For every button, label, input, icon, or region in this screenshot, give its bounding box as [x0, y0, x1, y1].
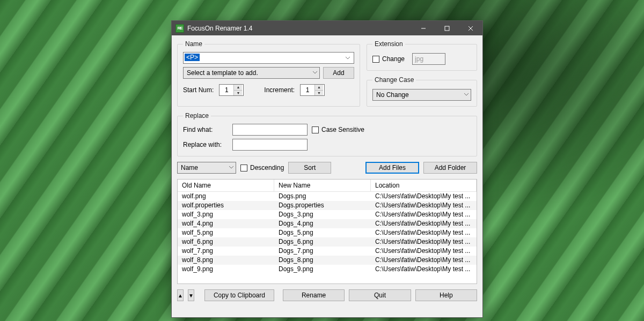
cell-location: C:\Users\fatiw\Desktop\My test ...: [371, 219, 477, 228]
window-title: FocusOn Renamer 1.4: [187, 25, 252, 32]
descending-label: Descending: [250, 164, 284, 171]
cell-old-name: wolf.png: [178, 192, 274, 201]
name-pattern-value: <P>: [185, 54, 200, 61]
cell-new-name: Dogs_3.png: [274, 210, 371, 219]
cell-new-name: Dogs.properties: [274, 201, 371, 210]
increment-down[interactable]: ▼: [315, 91, 323, 96]
changecase-combo[interactable]: No Change: [372, 89, 471, 101]
extension-legend: Extension: [372, 40, 405, 48]
template-combo[interactable]: Select a template to add.: [183, 67, 320, 79]
changecase-legend: Change Case: [372, 76, 416, 84]
table-row[interactable]: wolf_8.pngDogs_8.pngC:\Users\fatiw\Deskt…: [178, 256, 477, 265]
move-up-button[interactable]: ▲: [177, 289, 184, 301]
table-row[interactable]: wolf.pngDogs.pngC:\Users\fatiw\Desktop\M…: [178, 192, 477, 201]
add-folder-button[interactable]: Add Folder: [423, 162, 477, 174]
table-row[interactable]: wolf_9.pngDogs_9.pngC:\Users\fatiw\Deskt…: [178, 265, 477, 274]
start-num-input[interactable]: [219, 85, 233, 95]
cell-location: C:\Users\fatiw\Desktop\My test ...: [371, 201, 477, 210]
cell-old-name: wolf.properties: [178, 201, 274, 210]
table-row[interactable]: wolf_5.pngDogs_5.pngC:\Users\fatiw\Deskt…: [178, 228, 477, 237]
template-placeholder: Select a template to add.: [187, 69, 258, 77]
cell-location: C:\Users\fatiw\Desktop\My test ...: [371, 192, 477, 201]
file-table[interactable]: Old Name New Name Location wolf.pngDogs.…: [177, 179, 477, 284]
changecase-group: Change Case No Change: [367, 76, 477, 107]
case-sensitive-label: Case Sensitive: [321, 126, 364, 133]
chevron-down-icon[interactable]: [343, 53, 353, 63]
increment-label: Increment:: [264, 86, 295, 94]
app-window: RE FocusOn Renamer 1.4 Name <P>: [171, 20, 483, 318]
cell-old-name: wolf_5.png: [178, 228, 274, 237]
chevron-down-icon[interactable]: [312, 69, 318, 77]
file-table-rows: wolf.pngDogs.pngC:\Users\fatiw\Desktop\M…: [178, 192, 477, 283]
cell-location: C:\Users\fatiw\Desktop\My test ...: [371, 256, 477, 265]
start-num-label: Start Num:: [183, 86, 214, 94]
window-maximize-button[interactable]: [435, 21, 459, 35]
cell-old-name: wolf_3.png: [178, 210, 274, 219]
checkbox-box-icon: [240, 165, 247, 171]
cell-new-name: Dogs_6.png: [274, 237, 371, 247]
sortby-combo[interactable]: Name: [177, 162, 236, 174]
replace-with-label: Replace with:: [183, 141, 228, 148]
find-what-label: Find what:: [183, 126, 228, 133]
start-num-down[interactable]: ▼: [234, 91, 242, 96]
cell-old-name: wolf_8.png: [178, 256, 274, 265]
sortby-selected: Name: [181, 164, 198, 171]
cell-new-name: Dogs_4.png: [274, 219, 371, 228]
table-row[interactable]: wolf_4.pngDogs_4.pngC:\Users\fatiw\Deskt…: [178, 219, 477, 228]
app-icon: RE: [175, 24, 184, 33]
window-close-button[interactable]: [459, 21, 482, 35]
name-group: Name <P> Select a template to add. Add: [177, 40, 360, 107]
cell-old-name: wolf_6.png: [178, 237, 274, 247]
table-row[interactable]: wolf_7.pngDogs_7.pngC:\Users\fatiw\Deskt…: [178, 247, 477, 256]
increment-stepper[interactable]: ▲ ▼: [300, 84, 325, 96]
extension-group: Extension Change: [367, 40, 477, 71]
ext-change-label: Change: [382, 55, 405, 63]
cell-location: C:\Users\fatiw\Desktop\My test ...: [371, 247, 477, 256]
cell-location: C:\Users\fatiw\Desktop\My test ...: [371, 210, 477, 219]
add-files-button[interactable]: Add Files: [365, 162, 419, 174]
quit-button[interactable]: Quit: [349, 289, 411, 301]
replace-with-input[interactable]: [232, 139, 308, 151]
cell-location: C:\Users\fatiw\Desktop\My test ...: [371, 228, 477, 237]
cell-location: C:\Users\fatiw\Desktop\My test ...: [371, 265, 477, 274]
ext-change-checkbox[interactable]: Change: [372, 55, 405, 63]
changecase-selected: No Change: [376, 91, 409, 99]
start-num-stepper[interactable]: ▲ ▼: [219, 84, 244, 96]
chevron-down-icon[interactable]: [229, 164, 234, 171]
copy-to-clipboard-button[interactable]: Copy to Clipboard: [204, 289, 274, 301]
template-add-button[interactable]: Add: [323, 67, 354, 79]
name-legend: Name: [183, 40, 204, 48]
col-location[interactable]: Location: [371, 180, 477, 192]
find-what-input[interactable]: [232, 124, 308, 136]
help-button[interactable]: Help: [415, 289, 477, 301]
svg-rect-1: [445, 26, 449, 31]
move-down-button[interactable]: ▼: [188, 289, 194, 301]
window-minimize-button[interactable]: [412, 21, 435, 35]
cell-new-name: Dogs_7.png: [274, 247, 371, 256]
ext-value-input[interactable]: [412, 53, 445, 65]
case-sensitive-checkbox[interactable]: Case Sensitive: [312, 126, 471, 133]
col-new-name[interactable]: New Name: [274, 180, 371, 192]
sort-button[interactable]: Sort: [288, 162, 331, 174]
titlebar[interactable]: RE FocusOn Renamer 1.4: [172, 21, 482, 35]
chevron-down-icon[interactable]: [464, 91, 469, 99]
replace-legend: Replace: [183, 112, 211, 120]
col-old-name[interactable]: Old Name: [178, 180, 274, 192]
cell-new-name: Dogs_8.png: [274, 256, 371, 265]
increment-input[interactable]: [301, 85, 314, 95]
table-row[interactable]: wolf_6.pngDogs_6.pngC:\Users\fatiw\Deskt…: [178, 237, 477, 247]
table-row[interactable]: wolf_3.pngDogs_3.pngC:\Users\fatiw\Deskt…: [178, 210, 477, 219]
cell-old-name: wolf_9.png: [178, 265, 274, 274]
descending-checkbox[interactable]: Descending: [240, 164, 284, 171]
cell-new-name: Dogs_9.png: [274, 265, 371, 274]
rename-button[interactable]: Rename: [283, 289, 345, 301]
replace-group: Replace Find what: Case Sensitive Replac…: [177, 112, 477, 156]
cell-new-name: Dogs_5.png: [274, 228, 371, 237]
table-row[interactable]: wolf.propertiesDogs.propertiesC:\Users\f…: [178, 201, 477, 210]
checkbox-box-icon: [372, 56, 379, 63]
increment-up[interactable]: ▲: [315, 85, 323, 91]
name-pattern-combo[interactable]: <P>: [183, 52, 354, 64]
file-table-header[interactable]: Old Name New Name Location: [178, 180, 477, 192]
start-num-up[interactable]: ▲: [234, 85, 242, 91]
cell-location: C:\Users\fatiw\Desktop\My test ...: [371, 237, 477, 247]
